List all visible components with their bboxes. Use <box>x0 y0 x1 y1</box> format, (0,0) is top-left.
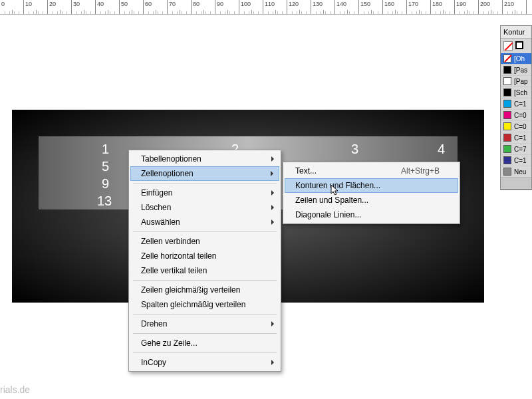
submenu-arrow-icon <box>271 171 273 176</box>
menu-item[interactable]: Zellenoptionen <box>130 166 279 181</box>
ruler-tick: 10 <box>24 0 48 14</box>
ruler-tick: 70 <box>168 0 192 14</box>
ruler-tick: 120 <box>287 0 311 14</box>
submenu-arrow-icon <box>271 219 274 225</box>
swatch-row[interactable]: C=1 <box>501 98 531 110</box>
ruler-tick: 20 <box>48 0 72 14</box>
swatch-row[interactable]: [Pas <box>501 65 531 76</box>
submenu-arrow-icon <box>271 156 274 162</box>
panel-tab-stroke[interactable]: Kontur <box>501 26 531 39</box>
menu-item[interactable]: Drehen <box>130 317 279 331</box>
swatch-row[interactable]: C=1 <box>501 155 531 166</box>
ruler-tick: 210 <box>503 0 527 14</box>
swatch-row[interactable]: [Sch <box>501 87 531 98</box>
swatch-row[interactable]: Neu <box>501 166 531 178</box>
menu-separator <box>133 231 277 232</box>
swatch-label: C=7 <box>514 146 527 153</box>
panel-tools <box>501 39 531 53</box>
ruler-tick: 190 <box>455 0 479 14</box>
swatch-label: [Oh <box>514 55 525 63</box>
submenu-arrow-icon <box>271 190 274 196</box>
cell-options-submenu[interactable]: Text...Alt+Strg+BKonturen und Flächen...… <box>283 162 460 224</box>
panel-divider <box>501 178 531 190</box>
menu-item[interactable]: Tabellenoptionen <box>130 152 279 166</box>
swatch-label: Neu <box>514 168 526 176</box>
ruler-tick: 160 <box>383 0 407 14</box>
menu-item[interactable]: Zeilen gleichmäßig verteilen <box>130 283 279 297</box>
table-cell[interactable]: 5 <box>102 159 109 174</box>
ruler-tick: 80 <box>192 0 215 14</box>
menu-item[interactable]: Einfügen <box>130 186 279 200</box>
swatch-color-icon <box>503 156 511 164</box>
submenu-arrow-icon <box>271 205 274 210</box>
menu-item[interactable]: Zelle horizontal teilen <box>130 249 279 263</box>
swatch-label: C=0 <box>514 112 527 119</box>
swatch-color-icon <box>503 88 511 96</box>
swatch-row[interactable]: C=0 <box>501 110 531 121</box>
ruler-tick: 30 <box>72 0 96 14</box>
swatch-color-icon <box>503 111 511 119</box>
swatch-color-icon <box>503 77 511 85</box>
ruler-tick: 40 <box>96 0 120 14</box>
menu-separator <box>133 280 277 281</box>
swatch-color-icon <box>503 168 511 176</box>
ruler-tick: 90 <box>215 0 239 14</box>
swatch-label: C=1 <box>514 100 527 108</box>
menu-item[interactable]: Konturen und Flächen... <box>285 178 458 193</box>
menu-item[interactable]: Zelle vertikal teilen <box>130 263 279 278</box>
swatch-color-icon <box>503 66 511 74</box>
ruler-tick: 150 <box>359 0 383 14</box>
swatch-label: C=1 <box>514 134 527 142</box>
submenu-arrow-icon <box>271 321 274 327</box>
swatch-color-icon <box>503 55 511 63</box>
ruler-tick: 60 <box>144 0 168 14</box>
ruler-tick: 140 <box>335 0 359 14</box>
stroke-icon[interactable] <box>515 41 523 49</box>
submenu-arrow-icon <box>271 360 274 365</box>
menu-item[interactable]: Löschen <box>130 200 279 215</box>
ruler-tick: 170 <box>407 0 431 14</box>
table-cell[interactable]: 13 <box>97 194 112 209</box>
menu-item[interactable]: Zeilen und Spalten... <box>285 193 458 207</box>
fill-none-icon[interactable] <box>503 41 513 51</box>
menu-item[interactable]: InCopy <box>130 355 279 370</box>
menu-separator <box>133 314 277 315</box>
horizontal-ruler: 0102030405060708090100110120130140150160… <box>0 0 532 15</box>
swatch-label: [Sch <box>514 89 527 96</box>
table-cell[interactable]: 1 <box>102 142 109 157</box>
swatch-color-icon <box>503 145 511 153</box>
ruler-tick: 100 <box>239 0 263 14</box>
menu-item[interactable]: Text...Alt+Strg+B <box>285 164 458 178</box>
swatch-color-icon <box>503 100 511 108</box>
menu-separator <box>133 333 277 334</box>
swatch-label: C=1 <box>514 157 527 164</box>
menu-separator <box>133 183 277 184</box>
ruler-tick: 50 <box>120 0 144 14</box>
ruler-tick: 0 <box>0 0 24 14</box>
menu-item[interactable]: Gehe zu Zeile... <box>130 336 279 350</box>
swatch-row[interactable]: C=0 <box>501 121 531 132</box>
swatches-panel[interactable]: Kontur [Oh[Pas[Pap[SchC=1C=0C=0C=1C=7C=1… <box>500 25 532 190</box>
swatch-row[interactable]: [Pap <box>501 76 531 87</box>
swatch-row[interactable]: C=1 <box>501 132 531 144</box>
menu-item[interactable]: Zellen verbinden <box>130 234 279 249</box>
table-cell[interactable]: 3 <box>351 142 358 157</box>
ruler-tick: 180 <box>431 0 455 14</box>
menu-shortcut: Alt+Strg+B <box>401 166 440 176</box>
ruler-tick: 130 <box>311 0 335 14</box>
watermark-text: rials.de <box>0 384 30 395</box>
swatch-label: C=0 <box>514 123 527 130</box>
swatch-row[interactable]: C=7 <box>501 144 531 155</box>
menu-item[interactable]: Spalten gleichmäßig verteilen <box>130 297 279 312</box>
ruler-tick: 110 <box>263 0 287 14</box>
ruler-tick: 200 <box>479 0 503 14</box>
table-context-menu[interactable]: TabellenoptionenZellenoptionenEinfügenLö… <box>128 150 281 372</box>
menu-item[interactable]: Diagonale Linien... <box>285 207 458 222</box>
table-cell[interactable]: 9 <box>102 176 109 192</box>
menu-separator <box>133 352 277 353</box>
swatch-row[interactable]: [Oh <box>501 53 531 65</box>
table-cell[interactable]: 4 <box>438 142 445 157</box>
menu-item[interactable]: Auswählen <box>130 215 279 229</box>
swatch-color-icon <box>503 134 511 142</box>
swatch-label: [Pas <box>514 66 527 74</box>
